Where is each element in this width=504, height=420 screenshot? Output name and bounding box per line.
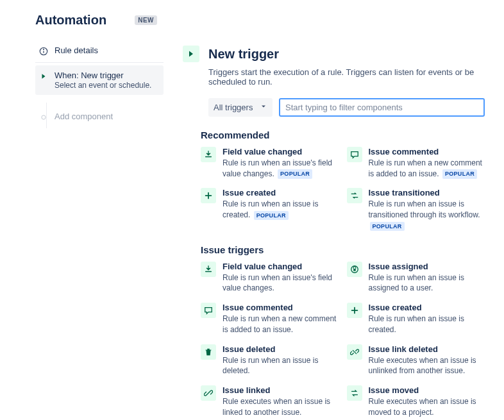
download-icon: [201, 147, 216, 162]
section-title: Recommended: [201, 130, 485, 140]
sidebar-rule-details-label: Rule details: [55, 46, 98, 55]
trigger-desc: Rule is run when a new comment is added …: [369, 158, 485, 180]
sidebar-add-component[interactable]: Add component: [35, 106, 164, 127]
sidebar-when-trigger[interactable]: When: New trigger Select an event or sch…: [35, 65, 164, 95]
trigger-title: Issue deleted: [223, 344, 339, 355]
play-icon: [39, 72, 48, 81]
download-icon: [201, 262, 216, 277]
trigger-item[interactable]: Issue created Rule is run when an issue …: [347, 303, 485, 335]
trigger-item[interactable]: Issue commented Rule is run when a new c…: [201, 303, 339, 335]
trigger-title: Field value changed: [223, 147, 339, 158]
trigger-title: Issue assigned: [369, 262, 485, 273]
content-title: New trigger: [208, 47, 279, 62]
trigger-desc: Rule is run when an issue is created.: [369, 314, 485, 335]
trigger-desc: Rule is run when an issue's field value …: [223, 273, 339, 294]
content: New trigger Triggers start the execution…: [183, 40, 485, 420]
trigger-desc: Rule executes when an issue is moved to …: [369, 396, 485, 418]
trigger-desc: Rule is run when a new comment is added …: [223, 314, 339, 335]
sidebar-when-subtitle: Select an event or schedule.: [55, 81, 151, 90]
search-input[interactable]: [279, 98, 485, 117]
sidebar-rule-details[interactable]: Rule details: [35, 40, 164, 63]
trigger-title: Issue commented: [223, 303, 339, 314]
trigger-item[interactable]: Issue deleted Rule is run when an issue …: [201, 344, 339, 376]
trigger-item[interactable]: Issue moved Rule executes when an issue …: [347, 385, 485, 417]
trigger-desc: Rule is run when an issue is created. PO…: [223, 199, 339, 221]
trigger-item[interactable]: Issue created Rule is run when an issue …: [201, 188, 339, 231]
new-badge: NEW: [135, 15, 157, 25]
svg-point-3: [42, 115, 46, 119]
trigger-desc: Rule is run when an issue is transitione…: [369, 199, 485, 231]
page-title: Automation: [35, 13, 106, 28]
link-icon: [201, 385, 216, 401]
trigger-title: Field value changed: [223, 262, 339, 273]
content-header: New trigger: [183, 46, 485, 62]
sidebar-add-label: Add component: [55, 112, 113, 121]
svg-point-2: [44, 49, 44, 50]
trash-icon: [201, 344, 216, 360]
plus-icon: [347, 303, 362, 318]
sidebar: Rule details When: New trigger Select an…: [35, 40, 164, 420]
trigger-filter-dropdown[interactable]: All triggers: [208, 98, 273, 117]
unlink-icon: [347, 344, 362, 360]
swap-icon: [347, 385, 362, 401]
trigger-grid: Field value changed Rule is run when an …: [201, 262, 485, 418]
popular-badge: POPULAR: [278, 169, 312, 179]
trigger-item[interactable]: Issue assigned Rule is run when an issue…: [347, 262, 485, 294]
trigger-desc: Rule executes when an issue is unlinked …: [369, 355, 485, 377]
popular-badge: POPULAR: [442, 169, 477, 179]
trigger-title: Issue commented: [369, 147, 485, 158]
section-title: Issue triggers: [201, 244, 485, 255]
trigger-grid: Field value changed Rule is run when an …: [201, 147, 485, 231]
trigger-desc: Rule is run when an issue is deleted.: [223, 355, 339, 377]
trigger-title: Issue link deleted: [369, 344, 485, 355]
dropdown-label: All triggers: [214, 103, 253, 112]
info-icon: [39, 47, 48, 56]
trigger-title: Issue moved: [369, 385, 485, 396]
content-description: Triggers start the execution of a rule. …: [208, 67, 485, 87]
trigger-item[interactable]: Field value changed Rule is run when an …: [201, 262, 339, 294]
play-icon: [183, 46, 199, 62]
trigger-item[interactable]: Issue linked Rule executes when an issue…: [201, 385, 339, 417]
trigger-item[interactable]: Issue link deleted Rule executes when an…: [347, 344, 485, 376]
trigger-desc: Rule is run when an issue is assigned to…: [369, 273, 485, 294]
trigger-title: Issue created: [223, 188, 339, 199]
trigger-item[interactable]: Field value changed Rule is run when an …: [201, 147, 339, 179]
comment-icon: [347, 147, 362, 162]
trigger-title: Issue linked: [223, 385, 339, 396]
lock-icon: [347, 262, 362, 277]
transition-icon: [347, 188, 362, 203]
filter-row: All triggers: [208, 98, 485, 117]
chevron-down-icon: [260, 103, 267, 112]
popular-badge: POPULAR: [370, 222, 405, 231]
popular-badge: POPULAR: [254, 211, 289, 221]
trigger-item[interactable]: Issue transitioned Rule is run when an i…: [347, 188, 485, 231]
trigger-title: Issue created: [369, 303, 485, 314]
sidebar-when-title: When: New trigger: [55, 71, 151, 80]
comment-icon: [201, 303, 216, 318]
trigger-desc: Rule executes when an issue is linked to…: [223, 396, 339, 418]
connector-rail: [46, 103, 47, 128]
trigger-title: Issue transitioned: [369, 188, 485, 199]
plus-icon: [201, 188, 216, 203]
trigger-desc: Rule is run when an issue's field value …: [223, 158, 339, 180]
trigger-item[interactable]: Issue commented Rule is run when a new c…: [347, 147, 485, 179]
